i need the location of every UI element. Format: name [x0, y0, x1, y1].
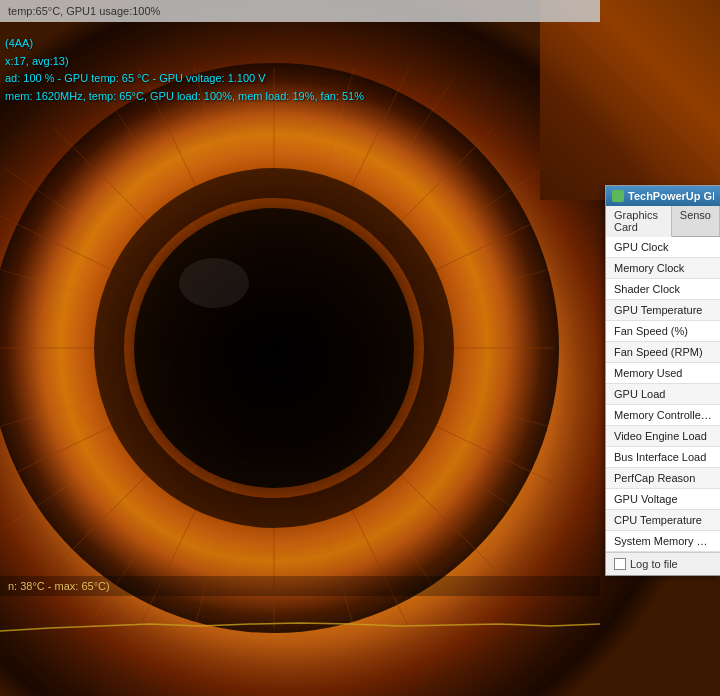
item-gpu-temperature[interactable]: GPU Temperature: [606, 300, 720, 321]
item-fan-speed-pct[interactable]: Fan Speed (%): [606, 321, 720, 342]
hud-line-2: x:17, avg:13): [5, 53, 364, 71]
title-bar-text: temp:65°C, GPU1 usage:100%: [8, 5, 160, 17]
hud-line-3: ad: 100 % - GPU temp: 65 °C - GPU voltag…: [5, 70, 364, 88]
panel-footer: Log to file: [606, 552, 720, 575]
iris-svg: [0, 48, 574, 648]
panel-title-text: TechPowerUp GP: [628, 190, 714, 202]
hud-line-4: mem: 1620MHz, temp: 65°C, GPU load: 100%…: [5, 88, 364, 106]
tab-sensor[interactable]: Senso: [672, 206, 720, 236]
techpowerup-panel: TechPowerUp GP Graphics Card Senso GPU C…: [605, 185, 720, 576]
item-memory-controller-load[interactable]: Memory Controller Loa: [606, 405, 720, 426]
bottom-status-text: n: 38°C - max: 65°C): [8, 580, 110, 592]
bottom-status: n: 38°C - max: 65°C): [0, 576, 600, 596]
item-cpu-temperature[interactable]: CPU Temperature: [606, 510, 720, 531]
item-gpu-clock[interactable]: GPU Clock: [606, 237, 720, 258]
item-video-engine-load[interactable]: Video Engine Load: [606, 426, 720, 447]
item-bus-interface-load[interactable]: Bus Interface Load: [606, 447, 720, 468]
tab-graphics-card[interactable]: Graphics Card: [606, 206, 672, 237]
item-shader-clock[interactable]: Shader Clock: [606, 279, 720, 300]
svg-point-18: [134, 208, 414, 488]
item-fan-speed-rpm[interactable]: Fan Speed (RPM): [606, 342, 720, 363]
item-perfcap-reason[interactable]: PerfCap Reason: [606, 468, 720, 489]
hud-line-1: (4AA): [5, 35, 364, 53]
item-system-memory-used[interactable]: System Memory Used: [606, 531, 720, 552]
hud-overlay: (4AA) x:17, avg:13) ad: 100 % - GPU temp…: [5, 35, 364, 105]
techpowerup-icon: [612, 190, 624, 202]
panel-title-bar: TechPowerUp GP: [606, 186, 720, 206]
graph-svg: [0, 596, 600, 636]
item-gpu-voltage[interactable]: GPU Voltage: [606, 489, 720, 510]
log-to-file-label: Log to file: [630, 558, 678, 570]
graph-area: [0, 596, 600, 636]
log-to-file-checkbox[interactable]: [614, 558, 626, 570]
bg-corner-texture: [540, 0, 720, 200]
title-bar: temp:65°C, GPU1 usage:100%: [0, 0, 600, 22]
panel-items-list: GPU Clock Memory Clock Shader Clock GPU …: [606, 237, 720, 552]
panel-tabs: Graphics Card Senso: [606, 206, 720, 237]
svg-point-19: [179, 258, 249, 308]
item-memory-clock[interactable]: Memory Clock: [606, 258, 720, 279]
item-gpu-load[interactable]: GPU Load: [606, 384, 720, 405]
item-memory-used[interactable]: Memory Used: [606, 363, 720, 384]
